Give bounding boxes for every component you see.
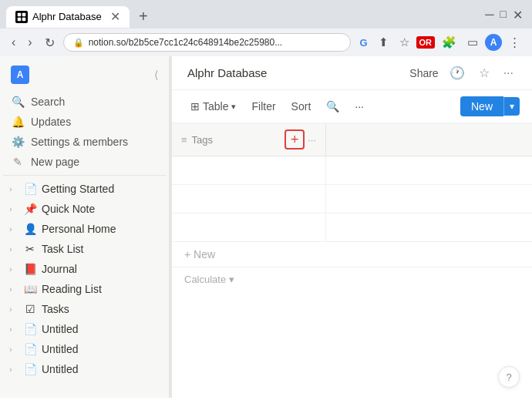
toolbar: ⊞ Table ▾ Filter Sort 🔍 ··· New ▾ — [172, 90, 532, 123]
sidebar-action-new-page[interactable]: ✎ New page — [3, 152, 166, 172]
personal-home-label: Personal Home — [42, 223, 160, 235]
new-button[interactable]: New — [460, 96, 503, 116]
app: A ⟨ 🔍 Search 🔔 Updates ⚙️ Settings & mem… — [0, 56, 532, 398]
sidebar-action-search[interactable]: 🔍 Search — [3, 92, 166, 112]
svg-rect-0 — [18, 12, 22, 16]
getting-started-label: Getting Started — [42, 183, 160, 195]
new-row-button[interactable]: + New — [172, 242, 532, 267]
table-cell-empty — [326, 213, 532, 241]
sidebar-item-getting-started[interactable]: › 📄 Getting Started — [3, 179, 166, 199]
table-header-actions: + ··· — [285, 129, 316, 150]
sort-button[interactable]: Sort — [285, 97, 318, 116]
more-options-button[interactable]: ··· — [348, 97, 370, 116]
filter-button[interactable]: Filter — [245, 97, 281, 116]
sidebar-item-untitled-3[interactable]: › 📄 Untitled — [3, 359, 166, 379]
sidebar-action-updates[interactable]: 🔔 Updates — [3, 112, 166, 132]
chevron-icon: › — [9, 184, 19, 193]
user-avatar[interactable]: A — [11, 66, 29, 84]
sidebar-item-quick-note[interactable]: › 📌 Quick Note — [3, 199, 166, 219]
sidebar-user: A ⟨ — [5, 62, 164, 87]
journal-icon: 📕 — [23, 263, 37, 275]
table-cell[interactable] — [172, 185, 326, 213]
chevron-icon: › — [9, 224, 19, 234]
table-icon: ⊞ — [190, 100, 200, 113]
address-bar[interactable]: 🔒 notion.so/b2b5ce7cc1c24c648914be2c2598… — [63, 33, 352, 52]
sidebar-top: A ⟨ — [0, 56, 169, 90]
share-icon[interactable]: ⬆ — [375, 33, 392, 52]
sidebar-action-settings[interactable]: ⚙️ Settings & members — [3, 132, 166, 152]
sidebar-collapse-button[interactable]: ⟨ — [154, 69, 158, 81]
google-icon[interactable]: G — [355, 35, 371, 51]
table-header-empty — [326, 123, 532, 156]
puzzle-icon[interactable]: 🧩 — [438, 33, 460, 52]
add-column-button[interactable]: + — [285, 129, 305, 150]
menu-icon[interactable]: ⋮ — [505, 33, 524, 52]
window-close[interactable]: ✕ — [513, 8, 523, 22]
sidebar-item-reading-list[interactable]: › 📖 Reading List — [3, 279, 166, 299]
chevron-icon: › — [9, 264, 19, 274]
window-minimize[interactable]: ─ — [485, 8, 493, 22]
new-tab-button[interactable]: + — [133, 5, 154, 29]
untitled-2-icon: 📄 — [23, 343, 37, 355]
window-maximize[interactable]: □ — [500, 8, 507, 22]
updates-icon: 🔔 — [11, 116, 25, 128]
table-view-button[interactable]: ⊞ Table ▾ — [184, 97, 242, 116]
svg-rect-2 — [18, 17, 22, 21]
quick-note-icon: 📌 — [23, 203, 37, 215]
profile-icon[interactable]: A — [485, 34, 502, 51]
chevron-icon: › — [9, 204, 19, 213]
forward-button[interactable]: › — [24, 34, 35, 51]
sidebar-actions: 🔍 Search 🔔 Updates ⚙️ Settings & members… — [0, 90, 169, 398]
help-button[interactable]: ? — [498, 366, 520, 388]
sidebar-toggle-icon[interactable]: ▭ — [463, 33, 482, 52]
refresh-button[interactable]: ↻ — [41, 34, 59, 52]
new-button-group: New ▾ — [460, 96, 520, 116]
untitled-2-label: Untitled — [42, 343, 160, 355]
chevron-icon: › — [9, 365, 19, 374]
chevron-icon: › — [9, 284, 19, 294]
search-button[interactable]: 🔍 — [320, 97, 345, 116]
search-icon: 🔍 — [326, 100, 339, 113]
back-button[interactable]: ‹ — [8, 34, 19, 51]
share-button[interactable]: Share — [409, 67, 438, 79]
sidebar-item-tasks[interactable]: › ☑ Tasks — [3, 299, 166, 319]
chevron-icon: › — [9, 304, 19, 314]
bookmark-icon[interactable]: ☆ — [396, 33, 413, 52]
table-row — [172, 213, 532, 242]
or-icon[interactable]: OR — [416, 36, 436, 49]
svg-rect-1 — [22, 12, 26, 16]
browser-chrome: Alphr Database ✕ + ─ □ ✕ ‹ › ↻ 🔒 notion.… — [0, 0, 532, 56]
table-area: ≡ Tags + ··· — [172, 123, 532, 398]
sidebar-item-task-list[interactable]: › ✂ Task List — [3, 239, 166, 259]
table-cell[interactable] — [172, 156, 326, 184]
sidebar: A ⟨ 🔍 Search 🔔 Updates ⚙️ Settings & mem… — [0, 56, 170, 398]
getting-started-icon: 📄 — [23, 183, 37, 195]
untitled-1-label: Untitled — [42, 323, 160, 335]
sidebar-item-untitled-2[interactable]: › 📄 Untitled — [3, 339, 166, 359]
column-menu-button[interactable]: ··· — [308, 134, 316, 146]
table-cell[interactable] — [172, 213, 326, 241]
history-icon[interactable]: 🕐 — [446, 64, 468, 82]
page-title: Alphr Database — [187, 66, 267, 79]
nav-icons: G ⬆ ☆ OR 🧩 ▭ A ⋮ — [355, 33, 524, 52]
nav-bar: ‹ › ↻ 🔒 notion.so/b2b5ce7cc1c24c648914be… — [0, 29, 532, 56]
tab-close-button[interactable]: ✕ — [110, 11, 120, 23]
new-page-icon: ✎ — [11, 156, 25, 168]
sidebar-item-journal[interactable]: › 📕 Journal — [3, 259, 166, 279]
sidebar-item-untitled-1[interactable]: › 📄 Untitled — [3, 319, 166, 339]
sidebar-item-personal-home[interactable]: › 👤 Personal Home — [3, 219, 166, 239]
active-tab[interactable]: Alphr Database ✕ — [6, 6, 130, 28]
chevron-icon: › — [9, 244, 19, 254]
calculate-row[interactable]: Calculate ▾ — [172, 267, 532, 291]
more-options-icon: ··· — [355, 100, 364, 113]
more-icon[interactable]: ··· — [500, 65, 517, 82]
tab-title: Alphr Database — [32, 11, 102, 22]
new-button-chevron[interactable]: ▾ — [503, 97, 520, 116]
favorite-icon[interactable]: ☆ — [476, 64, 493, 82]
search-icon: 🔍 — [11, 96, 25, 108]
tab-favicon — [15, 11, 28, 23]
reading-list-label: Reading List — [42, 283, 160, 295]
tab-bar: Alphr Database ✕ + ─ □ ✕ — [0, 0, 532, 29]
table-row — [172, 156, 532, 185]
column-icon: ≡ — [181, 134, 187, 146]
